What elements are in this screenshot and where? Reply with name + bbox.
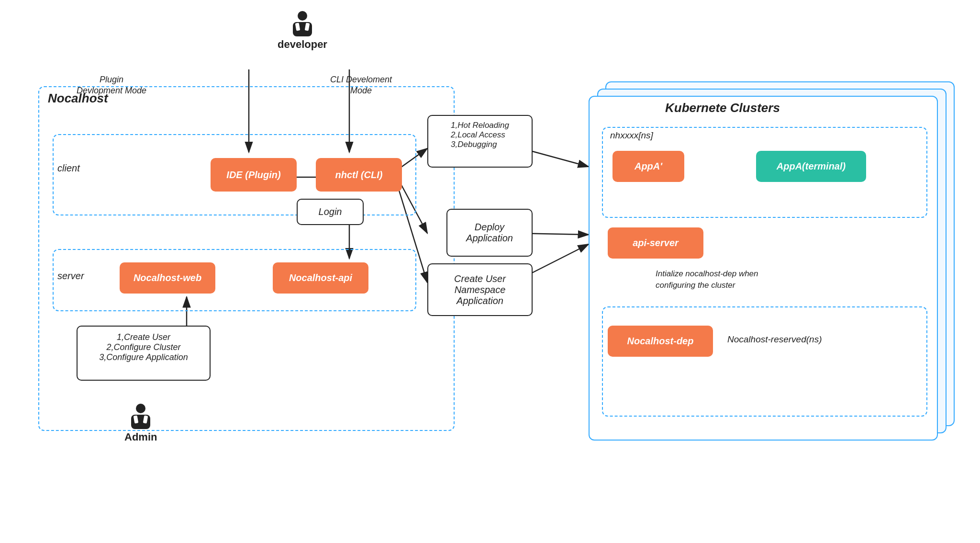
appa-prime-node: AppA' bbox=[612, 151, 684, 182]
admin-person: Admin bbox=[124, 402, 157, 443]
developer-icon bbox=[291, 10, 314, 36]
appa-terminal-node: AppA(terminal) bbox=[756, 151, 866, 182]
server-label: server bbox=[57, 271, 84, 282]
diagram-container: developer Plugin Devlopment Mode CLI Dev… bbox=[0, 0, 980, 543]
nocalhost-dep-node: Nocalhost-dep bbox=[608, 326, 713, 357]
nocalhost-dep-box bbox=[602, 306, 927, 417]
api-server-node: api-server bbox=[608, 227, 703, 259]
admin-actions-box: 1,Create User 2,Configure Cluster 3,Conf… bbox=[77, 326, 211, 381]
admin-label: Admin bbox=[124, 431, 157, 443]
ns-label: nhxxxx[ns] bbox=[610, 130, 653, 141]
nocalhost-reserved-label: Nocalhost-reserved(ns) bbox=[727, 334, 822, 345]
ide-plugin-node: IDE (Plugin) bbox=[211, 158, 297, 192]
svg-point-15 bbox=[298, 11, 307, 21]
nhctl-cli-node: nhctl (CLI) bbox=[316, 158, 402, 192]
nocalhost-api-node: Nocalhost-api bbox=[273, 262, 368, 294]
developer-label: developer bbox=[278, 38, 327, 51]
login-node: Login bbox=[297, 199, 364, 225]
developer-person: developer bbox=[278, 10, 327, 51]
nocalhost-title: Nocalhost bbox=[48, 91, 108, 106]
initialize-label: Intialize nocalhost-dep when configuring… bbox=[656, 268, 758, 291]
create-user-box: Create User Namespace Application bbox=[427, 263, 533, 316]
svg-point-19 bbox=[136, 404, 145, 413]
deploy-app-box: Deploy Application bbox=[446, 209, 533, 257]
nocalhost-web-node: Nocalhost-web bbox=[120, 262, 215, 294]
admin-icon bbox=[129, 402, 152, 429]
client-label: client bbox=[57, 163, 80, 174]
kubernetes-title: Kubernete Clusters bbox=[665, 101, 780, 115]
hot-reloading-box: 1,Hot Reloading 2,Local Access 3,Debuggi… bbox=[427, 115, 533, 168]
